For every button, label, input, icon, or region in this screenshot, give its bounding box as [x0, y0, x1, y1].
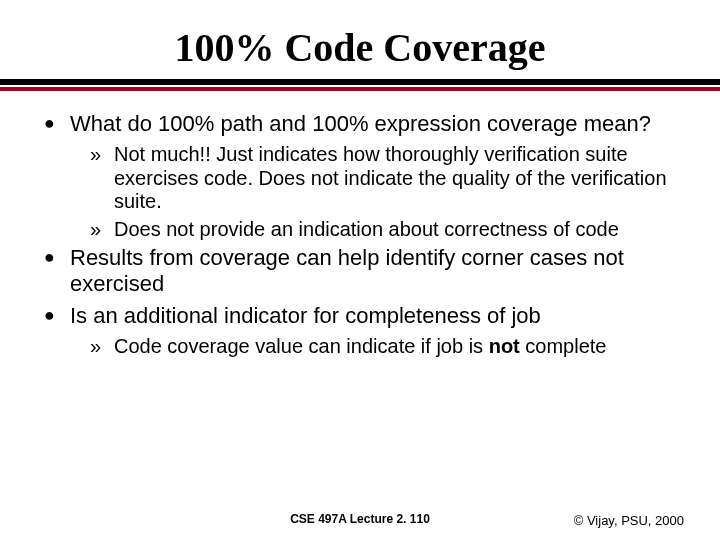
list-item: » Not much!! Just indicates how thorough…: [40, 143, 680, 214]
bullet-text: Results from coverage can help identify …: [70, 245, 680, 297]
list-item: » Code coverage value can indicate if jo…: [40, 335, 680, 359]
list-item: » Does not provide an indication about c…: [40, 218, 680, 242]
bullet-dot-icon: ●: [44, 303, 70, 329]
list-item: ● What do 100% path and 100% expression …: [40, 111, 680, 137]
footer-right: © Vijay, PSU, 2000: [574, 513, 684, 528]
bullet-raquo-icon: »: [90, 143, 114, 214]
slide: 100% Code Coverage ● What do 100% path a…: [0, 0, 720, 540]
bullet-text: What do 100% path and 100% expression co…: [70, 111, 680, 137]
divider-bar: [0, 79, 720, 85]
bullet-dot-icon: ●: [44, 111, 70, 137]
bullet-dot-icon: ●: [44, 245, 70, 297]
bullet-text: Is an additional indicator for completen…: [70, 303, 680, 329]
bullet-text: Code coverage value can indicate if job …: [114, 335, 680, 359]
bold-keyword: not: [489, 335, 520, 357]
list-item: ● Is an additional indicator for complet…: [40, 303, 680, 329]
bullet-text: Not much!! Just indicates how thoroughly…: [114, 143, 680, 214]
text-part: Code coverage value can indicate if job …: [114, 335, 489, 357]
text-part: complete: [520, 335, 607, 357]
bullet-raquo-icon: »: [90, 335, 114, 359]
bullet-text: Does not provide an indication about cor…: [114, 218, 680, 242]
slide-title: 100% Code Coverage: [40, 24, 680, 71]
accent-bar: [0, 87, 720, 91]
bullet-raquo-icon: »: [90, 218, 114, 242]
slide-content: ● What do 100% path and 100% expression …: [40, 111, 680, 359]
list-item: ● Results from coverage can help identif…: [40, 245, 680, 297]
